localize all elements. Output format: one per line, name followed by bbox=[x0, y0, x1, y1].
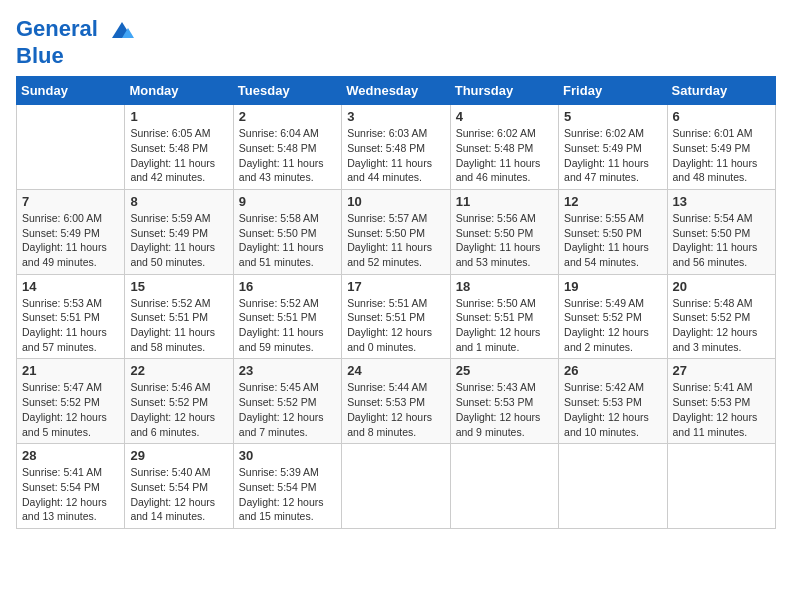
calendar-cell: 15Sunrise: 5:52 AMSunset: 5:51 PMDayligh… bbox=[125, 274, 233, 359]
calendar-cell: 6Sunrise: 6:01 AMSunset: 5:49 PMDaylight… bbox=[667, 105, 775, 190]
day-info: Sunrise: 5:56 AMSunset: 5:50 PMDaylight:… bbox=[456, 211, 553, 270]
weekday-header-friday: Friday bbox=[559, 77, 667, 105]
calendar-cell: 12Sunrise: 5:55 AMSunset: 5:50 PMDayligh… bbox=[559, 189, 667, 274]
calendar-cell: 1Sunrise: 6:05 AMSunset: 5:48 PMDaylight… bbox=[125, 105, 233, 190]
day-info: Sunrise: 6:05 AMSunset: 5:48 PMDaylight:… bbox=[130, 126, 227, 185]
day-info: Sunrise: 5:50 AMSunset: 5:51 PMDaylight:… bbox=[456, 296, 553, 355]
day-number: 22 bbox=[130, 363, 227, 378]
calendar-cell: 9Sunrise: 5:58 AMSunset: 5:50 PMDaylight… bbox=[233, 189, 341, 274]
calendar-cell: 23Sunrise: 5:45 AMSunset: 5:52 PMDayligh… bbox=[233, 359, 341, 444]
calendar-cell: 19Sunrise: 5:49 AMSunset: 5:52 PMDayligh… bbox=[559, 274, 667, 359]
calendar-cell: 8Sunrise: 5:59 AMSunset: 5:49 PMDaylight… bbox=[125, 189, 233, 274]
day-info: Sunrise: 6:03 AMSunset: 5:48 PMDaylight:… bbox=[347, 126, 444, 185]
calendar-table: SundayMondayTuesdayWednesdayThursdayFrid… bbox=[16, 76, 776, 529]
day-number: 13 bbox=[673, 194, 770, 209]
day-number: 18 bbox=[456, 279, 553, 294]
day-info: Sunrise: 5:48 AMSunset: 5:52 PMDaylight:… bbox=[673, 296, 770, 355]
week-row-2: 7Sunrise: 6:00 AMSunset: 5:49 PMDaylight… bbox=[17, 189, 776, 274]
day-number: 29 bbox=[130, 448, 227, 463]
logo: General Blue bbox=[16, 16, 136, 68]
day-number: 21 bbox=[22, 363, 119, 378]
calendar-cell: 30Sunrise: 5:39 AMSunset: 5:54 PMDayligh… bbox=[233, 444, 341, 529]
calendar-cell: 25Sunrise: 5:43 AMSunset: 5:53 PMDayligh… bbox=[450, 359, 558, 444]
day-info: Sunrise: 5:53 AMSunset: 5:51 PMDaylight:… bbox=[22, 296, 119, 355]
day-info: Sunrise: 5:45 AMSunset: 5:52 PMDaylight:… bbox=[239, 380, 336, 439]
logo-text: General bbox=[16, 16, 136, 44]
day-info: Sunrise: 5:58 AMSunset: 5:50 PMDaylight:… bbox=[239, 211, 336, 270]
day-number: 28 bbox=[22, 448, 119, 463]
day-info: Sunrise: 5:46 AMSunset: 5:52 PMDaylight:… bbox=[130, 380, 227, 439]
calendar-cell: 16Sunrise: 5:52 AMSunset: 5:51 PMDayligh… bbox=[233, 274, 341, 359]
day-number: 17 bbox=[347, 279, 444, 294]
day-number: 12 bbox=[564, 194, 661, 209]
day-number: 6 bbox=[673, 109, 770, 124]
calendar-cell: 10Sunrise: 5:57 AMSunset: 5:50 PMDayligh… bbox=[342, 189, 450, 274]
weekday-header-monday: Monday bbox=[125, 77, 233, 105]
weekday-header-sunday: Sunday bbox=[17, 77, 125, 105]
day-info: Sunrise: 5:40 AMSunset: 5:54 PMDaylight:… bbox=[130, 465, 227, 524]
weekday-header-row: SundayMondayTuesdayWednesdayThursdayFrid… bbox=[17, 77, 776, 105]
day-number: 26 bbox=[564, 363, 661, 378]
calendar-cell: 21Sunrise: 5:47 AMSunset: 5:52 PMDayligh… bbox=[17, 359, 125, 444]
calendar-cell: 11Sunrise: 5:56 AMSunset: 5:50 PMDayligh… bbox=[450, 189, 558, 274]
week-row-3: 14Sunrise: 5:53 AMSunset: 5:51 PMDayligh… bbox=[17, 274, 776, 359]
day-number: 11 bbox=[456, 194, 553, 209]
calendar-cell: 20Sunrise: 5:48 AMSunset: 5:52 PMDayligh… bbox=[667, 274, 775, 359]
day-number: 25 bbox=[456, 363, 553, 378]
calendar-cell: 18Sunrise: 5:50 AMSunset: 5:51 PMDayligh… bbox=[450, 274, 558, 359]
day-number: 10 bbox=[347, 194, 444, 209]
calendar-cell: 24Sunrise: 5:44 AMSunset: 5:53 PMDayligh… bbox=[342, 359, 450, 444]
day-number: 20 bbox=[673, 279, 770, 294]
calendar-cell bbox=[342, 444, 450, 529]
calendar-cell: 29Sunrise: 5:40 AMSunset: 5:54 PMDayligh… bbox=[125, 444, 233, 529]
day-number: 8 bbox=[130, 194, 227, 209]
day-info: Sunrise: 5:41 AMSunset: 5:54 PMDaylight:… bbox=[22, 465, 119, 524]
day-number: 30 bbox=[239, 448, 336, 463]
day-number: 1 bbox=[130, 109, 227, 124]
day-number: 24 bbox=[347, 363, 444, 378]
calendar-cell bbox=[667, 444, 775, 529]
logo-blue-text: Blue bbox=[16, 44, 136, 68]
week-row-1: 1Sunrise: 6:05 AMSunset: 5:48 PMDaylight… bbox=[17, 105, 776, 190]
day-info: Sunrise: 5:49 AMSunset: 5:52 PMDaylight:… bbox=[564, 296, 661, 355]
day-info: Sunrise: 5:42 AMSunset: 5:53 PMDaylight:… bbox=[564, 380, 661, 439]
day-info: Sunrise: 6:01 AMSunset: 5:49 PMDaylight:… bbox=[673, 126, 770, 185]
week-row-4: 21Sunrise: 5:47 AMSunset: 5:52 PMDayligh… bbox=[17, 359, 776, 444]
day-info: Sunrise: 5:55 AMSunset: 5:50 PMDaylight:… bbox=[564, 211, 661, 270]
day-number: 19 bbox=[564, 279, 661, 294]
calendar-cell bbox=[450, 444, 558, 529]
day-number: 5 bbox=[564, 109, 661, 124]
day-info: Sunrise: 5:43 AMSunset: 5:53 PMDaylight:… bbox=[456, 380, 553, 439]
day-info: Sunrise: 6:02 AMSunset: 5:48 PMDaylight:… bbox=[456, 126, 553, 185]
calendar-cell: 17Sunrise: 5:51 AMSunset: 5:51 PMDayligh… bbox=[342, 274, 450, 359]
weekday-header-tuesday: Tuesday bbox=[233, 77, 341, 105]
day-number: 14 bbox=[22, 279, 119, 294]
day-info: Sunrise: 6:04 AMSunset: 5:48 PMDaylight:… bbox=[239, 126, 336, 185]
weekday-header-saturday: Saturday bbox=[667, 77, 775, 105]
day-number: 27 bbox=[673, 363, 770, 378]
calendar-cell: 26Sunrise: 5:42 AMSunset: 5:53 PMDayligh… bbox=[559, 359, 667, 444]
calendar-cell: 22Sunrise: 5:46 AMSunset: 5:52 PMDayligh… bbox=[125, 359, 233, 444]
day-info: Sunrise: 6:02 AMSunset: 5:49 PMDaylight:… bbox=[564, 126, 661, 185]
calendar-cell: 2Sunrise: 6:04 AMSunset: 5:48 PMDaylight… bbox=[233, 105, 341, 190]
calendar-cell: 28Sunrise: 5:41 AMSunset: 5:54 PMDayligh… bbox=[17, 444, 125, 529]
day-info: Sunrise: 5:59 AMSunset: 5:49 PMDaylight:… bbox=[130, 211, 227, 270]
calendar-cell: 7Sunrise: 6:00 AMSunset: 5:49 PMDaylight… bbox=[17, 189, 125, 274]
day-info: Sunrise: 5:51 AMSunset: 5:51 PMDaylight:… bbox=[347, 296, 444, 355]
weekday-header-thursday: Thursday bbox=[450, 77, 558, 105]
calendar-cell: 4Sunrise: 6:02 AMSunset: 5:48 PMDaylight… bbox=[450, 105, 558, 190]
day-info: Sunrise: 5:44 AMSunset: 5:53 PMDaylight:… bbox=[347, 380, 444, 439]
day-info: Sunrise: 5:52 AMSunset: 5:51 PMDaylight:… bbox=[130, 296, 227, 355]
day-info: Sunrise: 5:54 AMSunset: 5:50 PMDaylight:… bbox=[673, 211, 770, 270]
calendar-cell bbox=[17, 105, 125, 190]
day-number: 23 bbox=[239, 363, 336, 378]
weekday-header-wednesday: Wednesday bbox=[342, 77, 450, 105]
day-number: 9 bbox=[239, 194, 336, 209]
calendar-cell bbox=[559, 444, 667, 529]
day-number: 3 bbox=[347, 109, 444, 124]
day-info: Sunrise: 5:52 AMSunset: 5:51 PMDaylight:… bbox=[239, 296, 336, 355]
day-info: Sunrise: 5:57 AMSunset: 5:50 PMDaylight:… bbox=[347, 211, 444, 270]
day-info: Sunrise: 5:39 AMSunset: 5:54 PMDaylight:… bbox=[239, 465, 336, 524]
page-header: General Blue bbox=[16, 16, 776, 68]
calendar-cell: 14Sunrise: 5:53 AMSunset: 5:51 PMDayligh… bbox=[17, 274, 125, 359]
